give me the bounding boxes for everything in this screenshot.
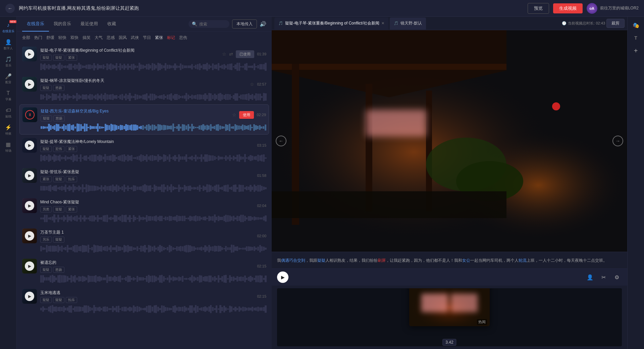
nav-arrow-right[interactable]: → xyxy=(612,136,623,146)
split-ctrl-btn[interactable]: ✂ xyxy=(598,272,608,282)
search-input[interactable] xyxy=(199,22,226,27)
track-3-use-btn[interactable]: 使用 xyxy=(239,111,254,119)
far-sidebar-add[interactable]: + xyxy=(629,45,643,56)
track-3-thumb: ⏸ xyxy=(22,107,37,122)
filter-funny[interactable]: 搞笑 xyxy=(83,34,91,41)
track-9-play-btn[interactable]: ▶ xyxy=(25,292,34,301)
person-ctrl-btn[interactable]: 👤 xyxy=(585,272,595,282)
track-7-play-btn[interactable]: ▶ xyxy=(25,231,34,241)
nav-arrow-left[interactable]: ← xyxy=(276,136,286,146)
track-7-duration: 02:00 xyxy=(257,234,266,238)
sidebar-item-transition[interactable]: ▦ 转场 xyxy=(1,139,16,155)
track-4-thumb: ▶ xyxy=(22,138,37,153)
far-sidebar-sticker[interactable]: 🎭 xyxy=(629,19,643,31)
tab-online-music[interactable]: 在线音乐 xyxy=(22,17,49,32)
track-1-controls: ☆ ⇄ 已使用 01:39 xyxy=(222,50,266,58)
music-track-4[interactable]: ▶ 疑疑-提琴-紧张魔法神奇/Lonely Mountain 疑疑 宏伟 紧张 … xyxy=(19,135,269,165)
filter-sadness[interactable]: 悲感 xyxy=(107,34,115,41)
settings-ctrl-btn[interactable]: ⚙ xyxy=(612,272,622,282)
track-7-info: 万圣节主题 1 另乐 疑疑 xyxy=(40,230,254,243)
sidebar-item-voice[interactable]: 🎤 配音 xyxy=(1,70,16,86)
track-4-title: 疑疑-提琴-紧张魔法神奇/Lonely Mountain xyxy=(40,139,254,145)
volume-icon[interactable]: 🔊 xyxy=(260,21,266,27)
filter-wuxia[interactable]: 武侠 xyxy=(131,34,139,41)
filter-soft[interactable]: 舒缓 xyxy=(46,34,54,41)
track-6-tags: 另类 疑疑 紧张 xyxy=(40,206,254,212)
generate-button[interactable]: 生成视频 xyxy=(553,3,583,13)
time-tooltip: 3.42 xyxy=(442,339,456,346)
track-5-play-btn[interactable]: ▶ xyxy=(25,171,34,180)
upload-button[interactable]: 本地传入 xyxy=(232,19,257,29)
play-pause-button[interactable]: ▶ xyxy=(277,271,288,283)
sidebar-item-filter[interactable]: ⚡ 特效 xyxy=(1,122,16,138)
sidebar-item-ai[interactable]: 👤 数字人 xyxy=(1,37,16,52)
track-1-play-btn[interactable]: ▶ xyxy=(25,49,34,59)
preview-button[interactable]: 预览 xyxy=(528,3,549,14)
tab-collection[interactable]: 收藏 xyxy=(103,17,121,32)
tag: 疑疑 xyxy=(53,55,64,61)
track-4-play-btn[interactable]: ▶ xyxy=(25,141,34,150)
preview-tab-1[interactable]: 🎵 疑疑-电子琴-紧张重奏/Beginning of Conflict/社会新闻… xyxy=(274,17,388,30)
sidebar-item-music[interactable]: ♪ 在线音乐 xyxy=(1,19,16,35)
far-sidebar-text[interactable]: T xyxy=(629,32,643,44)
music-track-3[interactable]: ⏸ 疑疑-西方乐-童话森林空灵感/Big Eyes 疑疑 悠扬 ☆ 使用 02:… xyxy=(19,104,269,135)
track-5-waveform xyxy=(40,184,266,194)
track-8-duration: 02:15 xyxy=(257,264,266,268)
track-2-star[interactable]: ☆ xyxy=(250,82,254,87)
sidebar-item-sticker[interactable]: 🏷 贴纸 xyxy=(1,105,16,120)
track-8-play-btn[interactable]: ▶ xyxy=(25,261,34,271)
filter-festival[interactable]: 节日 xyxy=(143,34,151,41)
filter-double[interactable]: 双快 xyxy=(70,34,78,41)
track-9-waveform xyxy=(40,305,266,314)
duration-text: 当前视频总时长: 02:43 xyxy=(568,21,605,26)
subtitle-link-1: 偶遇巧合交到 xyxy=(281,258,305,263)
track-3-pause-btn[interactable]: ⏸ xyxy=(25,110,35,119)
filter-all[interactable]: 全部 xyxy=(22,34,30,41)
cursor-dot xyxy=(552,102,560,110)
filter-tension[interactable]: 紧张 xyxy=(155,34,163,41)
track-3-info: 疑疑-西方乐-童话森林空灵感/Big Eyes 疑疑 悠扬 xyxy=(41,108,229,121)
track-2-thumb: ▶ xyxy=(22,77,37,92)
filter-guofeng[interactable]: 国风 xyxy=(119,34,127,41)
crop-button[interactable]: 裁剪 xyxy=(606,19,625,28)
track-2-play-btn[interactable]: ▶ xyxy=(25,80,34,89)
music-track-7[interactable]: ▶ 万圣节主题 1 另乐 疑疑 02:00 xyxy=(19,226,269,255)
filter-labeled[interactable]: 标记 xyxy=(167,34,175,41)
back-button[interactable]: ← xyxy=(5,4,15,13)
track-8-thumb: ▶ xyxy=(22,259,37,273)
text-icon-right: T xyxy=(632,34,640,42)
filter-icon: ⚡ xyxy=(5,124,12,131)
tag: 悠扬 xyxy=(53,85,64,91)
track-6-play-btn[interactable]: ▶ xyxy=(25,201,34,210)
track-1-shuffle[interactable]: ⇄ xyxy=(229,51,233,57)
filter-hot[interactable]: 热门 xyxy=(34,34,42,41)
music-track-8[interactable]: ▶ 被遗忘的 疑疑 悠扬 02:15 xyxy=(19,256,269,286)
track-4-waveform xyxy=(40,154,266,163)
control-icons-right: 👤 ✂ ⚙ xyxy=(585,272,622,282)
filter-sad[interactable]: 悲伤 xyxy=(179,34,187,41)
track-1-use-btn[interactable]: 已使用 xyxy=(236,50,254,58)
music-track-2[interactable]: ▶ 疑疑-钢琴-凉京疑疑怅卧/漫长的冬天 疑疑 悠扬 ☆ 02:57 xyxy=(19,74,269,104)
preview-tab-1-close[interactable]: ✕ xyxy=(381,21,384,26)
filter-epic[interactable]: 大气 xyxy=(95,34,103,41)
music-track-9[interactable]: ▶ 玉米地逃逃 疑疑 疑疑 扣乐 02:15 xyxy=(19,286,269,316)
right-panel: 🎵 疑疑-电子琴-紧张重奏/Beginning of Conflict/社会新闻… xyxy=(272,17,627,349)
track-1-star[interactable]: ☆ xyxy=(222,51,226,57)
far-right-sidebar: 🎭 T + xyxy=(627,17,644,349)
tab-my-music[interactable]: 我的音乐 xyxy=(49,17,76,32)
preview-tab-2[interactable]: 🎵 镜天野-默认 xyxy=(390,17,426,30)
tag: 另类 xyxy=(40,206,52,212)
sidebar-item-audio[interactable]: 🎵 音乐 xyxy=(1,54,16,69)
filter-light[interactable]: 轻快 xyxy=(58,34,66,41)
music-icon: ♪ xyxy=(5,21,12,29)
music-track-5[interactable]: ▶ 疑疑-管弦乐-紧张悬疑 紧张 疑疑 扣乐 01:58 xyxy=(19,165,269,195)
music-track-1[interactable]: ▶ 疑疑-电子琴-紧张重奏/Beginning of Conflict/社会新闻… xyxy=(19,44,269,73)
tag: 悠扬 xyxy=(53,267,64,273)
timeline-track[interactable]: 热闻 3.42 xyxy=(277,288,622,346)
preview-tab-1-label: 疑疑-电子琴-紧张重奏/Beginning of Conflict/社会新闻 xyxy=(285,20,379,26)
username: 前往万里的城墙LOR2 xyxy=(600,5,639,11)
music-track-6[interactable]: ▶ Mind Chaos-紧张疑疑 另类 疑疑 紧张 02:04 xyxy=(19,196,269,225)
track-3-star[interactable]: ☆ xyxy=(232,112,236,117)
tab-recent[interactable]: 最近使用 xyxy=(76,17,103,32)
sidebar-item-text[interactable]: T 字幕 xyxy=(1,88,16,103)
